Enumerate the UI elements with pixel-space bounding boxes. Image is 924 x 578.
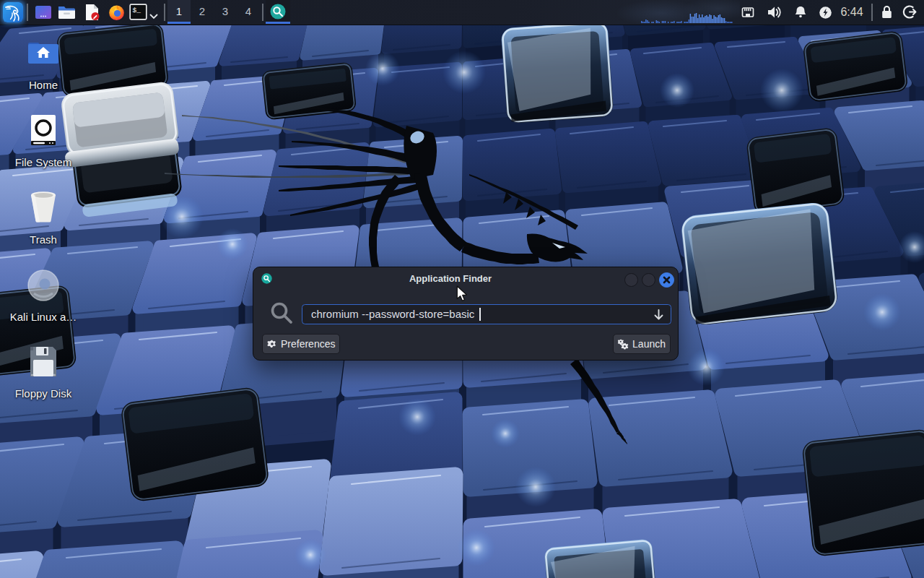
svg-text:$_: $_ bbox=[133, 7, 141, 14]
